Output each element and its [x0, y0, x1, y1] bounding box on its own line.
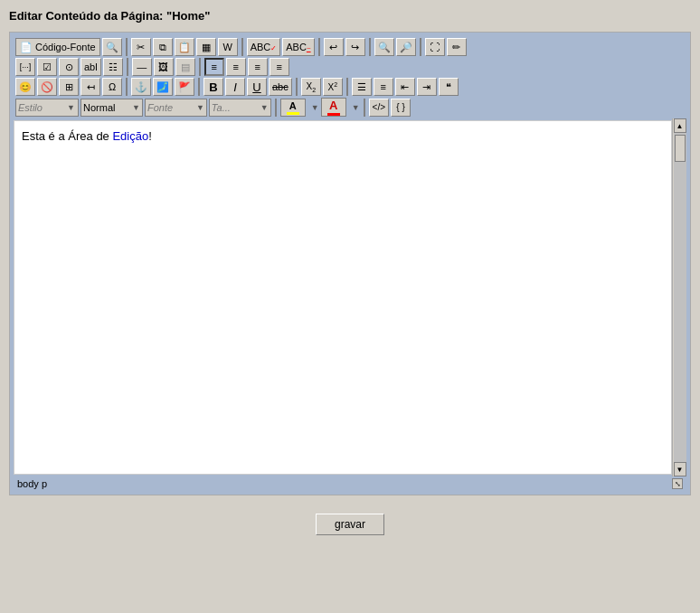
insert-icon: ↤ — [87, 81, 95, 93]
bold-button[interactable]: B — [203, 78, 223, 96]
checkbox-icon: ☑ — [43, 61, 52, 73]
ordered-list-icon: ≡ — [381, 81, 386, 92]
emoticons-button[interactable]: 😊 — [15, 78, 35, 96]
scroll-down-arrow[interactable]: ▼ — [674, 462, 686, 476]
text-color-arrow[interactable]: ▼ — [352, 103, 360, 112]
normal-select[interactable]: Normal ▼ — [80, 99, 143, 117]
hr-icon: — — [137, 61, 147, 72]
separator-12 — [275, 99, 277, 117]
superscript-button[interactable]: X2 — [323, 78, 343, 96]
separator-4 — [369, 38, 371, 56]
copy-button[interactable]: ⧉ — [153, 38, 173, 56]
paste-button[interactable]: 📋 — [175, 38, 194, 56]
hr-button[interactable]: — — [132, 58, 152, 76]
paste-text-button[interactable]: ▦ — [196, 38, 216, 56]
spellcheck-button[interactable]: ABC✓ — [247, 38, 281, 56]
underline-button[interactable]: U — [247, 78, 267, 96]
anchor-icon: ⚓ — [135, 81, 147, 93]
indent-button[interactable]: ⇥ — [417, 78, 437, 96]
style-dropdown-arrow: ▼ — [67, 103, 75, 112]
normal-select-label: Normal — [83, 102, 128, 113]
unordered-list-button[interactable]: ☰ — [352, 78, 372, 96]
special-chars-button[interactable]: Ω — [102, 78, 122, 96]
editor-content-text: Esta é a Área de Edição! — [22, 128, 664, 145]
align-left-icon: ≡ — [211, 61, 216, 72]
text-color-bg-button[interactable]: A — [280, 99, 306, 117]
subscript-button[interactable]: X2 — [301, 78, 321, 96]
css-button[interactable]: { } — [391, 99, 411, 117]
outdent-button[interactable]: ⇤ — [395, 78, 415, 96]
align-center-button[interactable]: ≡ — [226, 58, 246, 76]
text-color-bg-arrow[interactable]: ▼ — [311, 103, 319, 112]
editor-text-area[interactable]: Esta é a Área de Edição! — [14, 121, 671, 474]
checkbox-button[interactable]: ☑ — [37, 58, 57, 76]
undo-button[interactable]: ↩ — [324, 38, 344, 56]
block-quote-icon: 🚫 — [41, 81, 53, 93]
cut-icon: ✂ — [137, 42, 145, 53]
flag-icon: 🚩 — [178, 81, 191, 93]
scroll-up-arrow[interactable]: ▲ — [674, 118, 686, 133]
ordered-list-button[interactable]: ≡ — [374, 78, 393, 96]
image-button[interactable]: 🖼 — [154, 58, 174, 76]
blockquote-button[interactable]: ❝ — [439, 78, 459, 96]
vertical-scrollbar[interactable]: ▲ ▼ — [672, 118, 686, 476]
table-button[interactable]: ⊞ — [59, 78, 79, 96]
anchor-button[interactable]: ⚓ — [131, 78, 151, 96]
spellcheck-icon: ABC✓ — [251, 42, 278, 52]
radio-icon: ⊙ — [65, 61, 73, 73]
content-end: ! — [148, 129, 152, 143]
find-replace-button[interactable]: 🔍 — [374, 38, 394, 56]
align-right-icon: ≡ — [254, 61, 260, 72]
separator-2 — [241, 38, 243, 56]
magnify-button[interactable]: 🔍 — [102, 38, 122, 56]
source-code-button[interactable]: 📄 Código-Fonte — [15, 38, 100, 56]
find-button[interactable]: 🔎 — [396, 38, 416, 56]
bottom-area: gravar — [9, 514, 691, 535]
special-chars-icon: Ω — [109, 81, 116, 92]
radio-button[interactable]: ⊙ — [59, 58, 79, 76]
flash-icon: ▤ — [181, 61, 190, 73]
image2-button[interactable]: 🗾 — [153, 78, 173, 96]
spellcheck2-button[interactable]: ABC~ — [282, 38, 314, 56]
pencil-icon: ✏ — [452, 42, 460, 53]
italic-icon: I — [233, 80, 237, 94]
style-select[interactable]: Estilo ▼ — [15, 99, 79, 117]
select-all-button[interactable]: [···] — [15, 58, 35, 76]
block-quote-button[interactable]: 🚫 — [37, 78, 57, 96]
text-field-button[interactable]: abl — [80, 58, 101, 76]
html-button[interactable]: </> — [369, 99, 389, 117]
insert-button[interactable]: ↤ — [80, 78, 100, 96]
form-button[interactable]: ☷ — [103, 58, 123, 76]
form-icon: ☷ — [109, 61, 118, 73]
flag-button[interactable]: 🚩 — [175, 78, 194, 96]
flash-button[interactable]: ▤ — [175, 58, 195, 76]
separator-6 — [127, 58, 128, 76]
align-left-button[interactable]: ≡ — [204, 58, 224, 76]
align-right-button[interactable]: ≡ — [248, 58, 268, 76]
size-dropdown-arrow: ▼ — [260, 103, 269, 112]
font-color-icon: A — [329, 99, 337, 112]
align-justify-button[interactable]: ≡ — [270, 58, 289, 76]
fullscreen-button[interactable]: ⛶ — [425, 38, 445, 56]
subscript-icon: X2 — [306, 81, 316, 93]
save-button[interactable]: gravar — [316, 514, 384, 535]
strikethrough-button[interactable]: abc — [269, 78, 292, 96]
status-bar: body p ⤡ — [14, 476, 686, 491]
blockquote-icon: ❝ — [446, 81, 451, 93]
highlight-color-bar — [287, 112, 299, 115]
text-color-button[interactable]: A — [321, 98, 346, 117]
normal-dropdown-arrow: ▼ — [132, 103, 140, 112]
scroll-track[interactable] — [674, 133, 686, 462]
size-select[interactable]: Ta... ▼ — [209, 99, 271, 117]
redo-button[interactable]: ↪ — [345, 38, 365, 56]
cut-button[interactable]: ✂ — [131, 38, 151, 56]
scroll-thumb[interactable] — [675, 135, 686, 162]
italic-button[interactable]: I — [225, 78, 245, 96]
font-select[interactable]: Fonte ▼ — [145, 99, 207, 117]
font-select-label: Fonte — [147, 102, 193, 113]
resize-handle[interactable]: ⤡ — [672, 478, 683, 489]
editor-content-area[interactable]: Esta é a Área de Edição! — [14, 120, 672, 475]
paste-word-button[interactable]: W — [218, 38, 238, 56]
pencil-button[interactable]: ✏ — [447, 38, 467, 56]
magnify-icon: 🔍 — [106, 42, 118, 53]
